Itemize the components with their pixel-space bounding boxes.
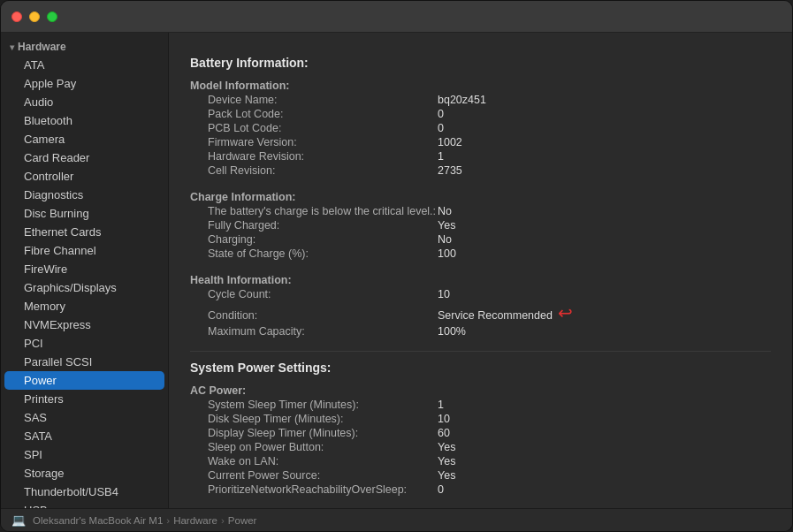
sidebar-item-pci[interactable]: PCI bbox=[4, 334, 164, 353]
info-row: Fully Charged:Yes bbox=[190, 218, 771, 232]
sidebar-item-graphics-displays[interactable]: Graphics/Displays bbox=[4, 278, 164, 297]
info-row: Disk Sleep Timer (Minutes):10 bbox=[190, 412, 771, 426]
info-row: Hardware Revision:1 bbox=[190, 149, 771, 163]
sidebar-section-header-hardware[interactable]: ▾Hardware bbox=[1, 38, 168, 56]
info-row: Charging:No bbox=[190, 232, 771, 247]
row-label: Display Sleep Timer (Minutes): bbox=[208, 427, 438, 439]
row-label: Hardware Revision: bbox=[208, 150, 438, 163]
row-label: Disk Sleep Timer (Minutes): bbox=[208, 413, 438, 425]
sidebar-item-usb[interactable]: USB bbox=[4, 501, 164, 508]
info-row: Firmware Version:1002 bbox=[190, 135, 771, 149]
info-row: The battery's charge is below the critic… bbox=[190, 204, 771, 218]
sidebar-item-ethernet-cards[interactable]: Ethernet Cards bbox=[4, 223, 164, 241]
row-label: Wake on LAN: bbox=[208, 455, 438, 467]
info-row: Pack Lot Code:0 bbox=[190, 107, 771, 121]
row-value: Yes bbox=[438, 219, 455, 232]
sidebar-item-bluetooth[interactable]: Bluetooth bbox=[4, 111, 164, 130]
row-label: Cycle Count: bbox=[208, 288, 438, 300]
row-value: 10 bbox=[438, 413, 450, 425]
laptop-icon: 💻 bbox=[11, 513, 26, 527]
info-block-model-information: Model Information:Device Name:bq20z451Pa… bbox=[190, 79, 771, 178]
info-row: Wake on LAN:Yes bbox=[190, 454, 771, 468]
info-row: Sleep on Power Button:Yes bbox=[190, 440, 771, 454]
sidebar-item-printers[interactable]: Printers bbox=[4, 390, 164, 408]
row-value: 100% bbox=[438, 325, 466, 338]
row-label: System Sleep Timer (Minutes): bbox=[208, 399, 438, 411]
info-block-charge-information: Charge Information:The battery's charge … bbox=[190, 190, 771, 261]
close-button[interactable] bbox=[11, 11, 22, 22]
row-label: Device Name: bbox=[208, 94, 438, 106]
sidebar-item-power[interactable]: Power bbox=[4, 371, 164, 390]
sidebar-item-memory[interactable]: Memory bbox=[4, 297, 164, 315]
row-label: State of Charge (%): bbox=[208, 247, 438, 260]
row-value: Service Recommended bbox=[438, 309, 553, 322]
titlebar bbox=[1, 1, 792, 33]
row-label: Maximum Capacity: bbox=[208, 325, 438, 338]
bottom-bar: 💻 Oleksandr's MacBook Air M1 › Hardware … bbox=[1, 508, 792, 531]
row-label: The battery's charge is below the critic… bbox=[208, 205, 438, 217]
sidebar-item-disc-burning[interactable]: Disc Burning bbox=[4, 204, 164, 223]
info-row: Cycle Count:10 bbox=[190, 287, 771, 301]
sidebar-item-controller[interactable]: Controller bbox=[4, 167, 164, 186]
sidebar-item-ata[interactable]: ATA bbox=[4, 56, 164, 74]
info-row: Display Sleep Timer (Minutes):60 bbox=[190, 426, 771, 440]
section-title-system-power-settings: System Power Settings: bbox=[190, 361, 771, 375]
sidebar-item-card-reader[interactable]: Card Reader bbox=[4, 148, 164, 167]
row-label: Current Power Source: bbox=[208, 469, 438, 482]
breadcrumb-part-2: Hardware bbox=[173, 515, 217, 526]
row-label: Charging: bbox=[208, 233, 438, 246]
sidebar-item-spi[interactable]: SPI bbox=[4, 445, 164, 464]
info-row: System Sleep Timer (Minutes):1 bbox=[190, 398, 771, 412]
row-label: PCB Lot Code: bbox=[208, 122, 438, 134]
breadcrumb-sep-1: › bbox=[166, 515, 170, 526]
sidebar-item-thunderbolt-usb4[interactable]: Thunderbolt/USB4 bbox=[4, 483, 164, 501]
sidebar-item-apple-pay[interactable]: Apple Pay bbox=[4, 74, 164, 93]
row-value: No bbox=[438, 233, 452, 246]
row-value: Yes bbox=[438, 441, 455, 453]
sidebar-item-storage[interactable]: Storage bbox=[4, 464, 164, 483]
subsection-title-model-information: Model Information: bbox=[190, 79, 771, 93]
row-label: Sleep on Power Button: bbox=[208, 441, 438, 453]
breadcrumb-part-1: Oleksandr's MacBook Air M1 bbox=[33, 515, 163, 526]
row-label: Firmware Version: bbox=[208, 136, 438, 148]
sidebar-item-fibre-channel[interactable]: Fibre Channel bbox=[4, 241, 164, 260]
row-value: 0 bbox=[438, 122, 444, 134]
sidebar-item-audio[interactable]: Audio bbox=[4, 93, 164, 111]
breadcrumb-part-3: Power bbox=[228, 515, 257, 526]
row-value: 10 bbox=[438, 288, 450, 300]
chevron-icon: ▾ bbox=[10, 42, 14, 52]
minimize-button[interactable] bbox=[29, 11, 40, 22]
subsection-title-charge-information: Charge Information: bbox=[190, 190, 771, 204]
maximize-button[interactable] bbox=[47, 11, 57, 22]
info-row: PrioritizeNetworkReachabilityOverSleep:0 bbox=[190, 483, 771, 497]
row-value: bq20z451 bbox=[438, 94, 486, 106]
main-window: ▾HardwareATAApple PayAudioBluetoothCamer… bbox=[0, 0, 793, 532]
subsection-label: Health Information: bbox=[190, 274, 420, 286]
row-label: Pack Lot Code: bbox=[208, 108, 438, 120]
sidebar: ▾HardwareATAApple PayAudioBluetoothCamer… bbox=[1, 33, 169, 508]
sidebar-item-camera[interactable]: Camera bbox=[4, 130, 164, 148]
info-row: PCB Lot Code:0 bbox=[190, 121, 771, 135]
row-value: 1 bbox=[438, 399, 444, 411]
sidebar-item-diagnostics[interactable]: Diagnostics bbox=[4, 186, 164, 204]
info-block-health-information: Health Information:Cycle Count:10Conditi… bbox=[190, 273, 771, 338]
row-value: 1 bbox=[438, 150, 444, 163]
subsection-label: Model Information: bbox=[190, 80, 420, 92]
sidebar-item-sas[interactable]: SAS bbox=[4, 408, 164, 427]
breadcrumb-sep-2: › bbox=[221, 515, 225, 526]
sidebar-item-parallel-scsi[interactable]: Parallel SCSI bbox=[4, 353, 164, 371]
row-value: Yes bbox=[438, 469, 455, 482]
sidebar-item-sata[interactable]: SATA bbox=[4, 427, 164, 445]
sidebar-item-firewire[interactable]: FireWire bbox=[4, 260, 164, 278]
row-label: PrioritizeNetworkReachabilityOverSleep: bbox=[208, 483, 438, 496]
row-value: 2735 bbox=[438, 164, 462, 177]
row-value: Yes bbox=[438, 455, 455, 467]
annotation-arrow: ↩ bbox=[558, 302, 573, 323]
row-value: 100 bbox=[438, 247, 456, 260]
sidebar-item-nvmexpress[interactable]: NVMExpress bbox=[4, 315, 164, 334]
info-row: Maximum Capacity:100% bbox=[190, 324, 771, 338]
traffic-lights bbox=[11, 11, 57, 22]
row-value: 0 bbox=[438, 108, 444, 120]
sidebar-section-hardware: ▾HardwareATAApple PayAudioBluetoothCamer… bbox=[1, 38, 168, 508]
row-value: No bbox=[438, 205, 452, 217]
